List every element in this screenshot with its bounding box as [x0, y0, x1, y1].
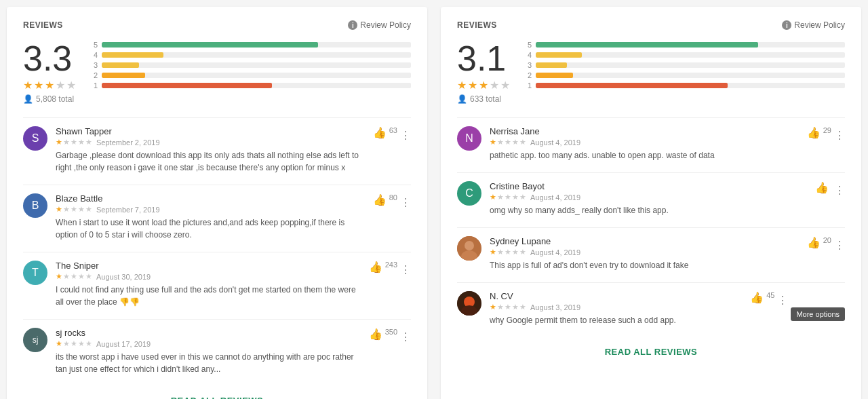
review-content-blaze: Blaze Battle ★ ★ ★ ★ ★ September 7, 2019… [56, 193, 365, 241]
bar-row-1: 1 [92, 81, 411, 90]
bar-track-3 [102, 62, 411, 68]
review-date-blaze: September 7, 2019 [96, 206, 160, 214]
bar-row-4: 4 [92, 51, 411, 59]
left-divider-2 [23, 185, 411, 185]
review-text-shawn: Garbage ,please dont download this app i… [56, 149, 365, 174]
left-divider-3 [23, 252, 411, 252]
right-divider-2 [457, 172, 845, 173]
avatar-ncv [457, 291, 481, 316]
thumbs-up-ncv[interactable]: 👍 [750, 291, 764, 304]
thumbs-up-blaze[interactable]: 👍 [373, 193, 387, 206]
review-content-nerrisa: Nerrisa Jane ★ ★ ★ ★ ★ August 4, 2019 pa… [490, 126, 799, 162]
review-stars-ncv: ★ ★ ★ ★ ★ [490, 303, 526, 311]
right-review-policy-label: Review Policy [794, 20, 845, 30]
thumbs-up-nerrisa[interactable]: 👍 [807, 126, 821, 139]
reviewer-name-sydney: Sydney Lupane [490, 236, 799, 246]
review-date-sniper: August 30, 2019 [96, 273, 151, 281]
more-icon-shawn[interactable]: ⋮ [400, 129, 411, 142]
more-icon-nerrisa[interactable]: ⋮ [834, 129, 845, 142]
r-bar-label-4: 4 [526, 51, 532, 59]
review-actions-sydney: 👍 20 ⋮ [807, 236, 845, 271]
left-read-all-link[interactable]: READ ALL REVIEWS [171, 396, 264, 399]
review-meta-shawn: ★ ★ ★ ★ ★ September 2, 2019 [56, 138, 365, 147]
page-wrapper: REVIEWS i Review Policy 3.3 ★ ★ ★ ★ ★ 👤 … [0, 0, 868, 399]
review-actions-shawn: 👍 63 ⋮ [373, 126, 411, 174]
avatar-sydney [457, 236, 481, 261]
r-bar-label-3: 3 [526, 61, 532, 69]
star-5: ★ [66, 79, 76, 92]
r-bar-fill-2 [536, 73, 573, 78]
r-bar-row-4: 4 [526, 51, 845, 59]
right-reviews-title: REVIEWS [457, 20, 497, 30]
right-read-all[interactable]: READ ALL REVIEWS [457, 337, 845, 360]
thumbs-up-cristine[interactable]: 👍 [815, 181, 829, 194]
thumbs-up-shawn[interactable]: 👍 [373, 126, 387, 139]
thumb-count-sniper: 243 [385, 261, 397, 269]
left-reviews-title: REVIEWS [23, 20, 63, 30]
thumbs-up-sniper[interactable]: 👍 [369, 261, 382, 273]
bar-fill-1 [102, 83, 272, 88]
reviewer-name-cristine: Cristine Bayot [490, 181, 807, 191]
review-actions-sniper: 👍 243 ⋮ [369, 261, 411, 308]
thumbs-up-sj[interactable]: 👍 [369, 328, 382, 341]
svg-point-1 [465, 241, 474, 250]
star-4: ★ [56, 79, 65, 92]
bar-label-2: 2 [92, 71, 98, 79]
bar-fill-2 [102, 73, 145, 78]
reviewer-name-blaze: Blaze Battle [56, 193, 365, 204]
review-stars-nerrisa: ★ ★ ★ ★ ★ [490, 138, 526, 147]
r-star-2: ★ [468, 79, 477, 92]
right-read-all-link[interactable]: READ ALL REVIEWS [605, 347, 698, 357]
right-review-policy[interactable]: i Review Policy [782, 20, 845, 30]
thumb-count-shawn: 63 [389, 126, 397, 134]
person-icon-right: 👤 [457, 94, 467, 104]
more-icon-cristine[interactable]: ⋮ [834, 184, 845, 197]
bar-label-5: 5 [92, 41, 98, 49]
right-panel-header: REVIEWS i Review Policy [457, 20, 845, 30]
review-text-nerrisa: pathetic app. too many ads. unable to op… [490, 149, 799, 162]
person-icon-left: 👤 [23, 94, 33, 104]
more-icon-sydney[interactable]: ⋮ [834, 239, 845, 252]
review-item-sydney: Sydney Lupane ★ ★ ★ ★ ★ August 4, 2019 T… [457, 236, 845, 271]
review-date-nerrisa: August 4, 2019 [530, 138, 580, 147]
review-text-cristine: omg why so many adds_ really don't like … [490, 204, 807, 216]
r-bar-fill-3 [536, 62, 567, 68]
thumb-count-blaze: 80 [389, 193, 397, 202]
review-stars-blaze: ★ ★ ★ ★ ★ [56, 205, 92, 214]
more-icon-sj[interactable]: ⋮ [400, 330, 411, 343]
reviewer-name-nerrisa: Nerrisa Jane [490, 126, 799, 136]
left-big-score: 3.3 [23, 41, 72, 76]
left-read-all[interactable]: READ ALL REVIEWS [23, 386, 411, 399]
review-item-sj: sj sj rocks ★ ★ ★ ★ ★ August 17, 2019 it… [23, 328, 411, 375]
review-meta-blaze: ★ ★ ★ ★ ★ September 7, 2019 [56, 205, 365, 214]
r-bar-track-4 [536, 52, 845, 58]
avatar-nerrisa: N [457, 126, 481, 151]
review-content-cristine: Cristine Bayot ★ ★ ★ ★ ★ August 4, 2019 … [490, 181, 807, 216]
review-stars-sj: ★ ★ ★ ★ ★ [56, 339, 92, 348]
more-icon-ncv[interactable]: ⋮ [777, 294, 788, 307]
left-divider-4 [23, 319, 411, 320]
more-icon-sniper[interactable]: ⋮ [400, 263, 411, 276]
thumb-count-ncv: 45 [766, 291, 774, 299]
left-review-policy[interactable]: i Review Policy [348, 20, 411, 30]
left-rating-score: 3.3 ★ ★ ★ ★ ★ 👤 5,808 total [23, 41, 76, 104]
avatar-shawn: S [23, 126, 47, 151]
r-bar-track-2 [536, 73, 845, 78]
left-review-policy-label: Review Policy [360, 20, 411, 30]
thumbs-up-sydney[interactable]: 👍 [807, 236, 821, 249]
right-big-score: 3.1 [457, 41, 506, 76]
info-icon-right: i [782, 20, 791, 30]
right-divider-3 [457, 227, 845, 228]
review-date-cristine: August 4, 2019 [530, 193, 580, 202]
review-text-ncv: why Google permit them to release such a… [490, 314, 742, 326]
r-bar-fill-5 [536, 42, 758, 48]
review-content-shawn: Shawn Tapper ★ ★ ★ ★ ★ September 2, 2019… [56, 126, 365, 174]
more-icon-blaze[interactable]: ⋮ [400, 196, 411, 209]
r-bar-row-3: 3 [526, 61, 845, 69]
review-item-ncv: N. CV ★ ★ ★ ★ ★ August 3, 2019 why Googl… [457, 291, 845, 326]
thumb-count-sj: 350 [385, 328, 397, 336]
review-actions-blaze: 👍 80 ⋮ [373, 193, 411, 241]
info-icon-left: i [348, 20, 357, 30]
review-meta-cristine: ★ ★ ★ ★ ★ August 4, 2019 [490, 193, 807, 202]
review-text-sj: its the worst app i have used ever in th… [56, 351, 361, 375]
